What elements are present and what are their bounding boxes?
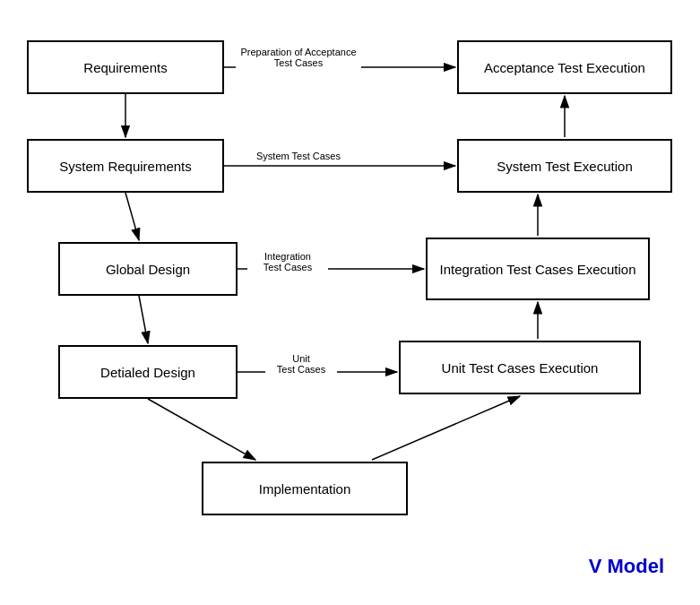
prep-acceptance-label: Preparation of Acceptance Test Cases bbox=[236, 47, 361, 68]
svg-line-6 bbox=[139, 296, 148, 343]
svg-line-4 bbox=[125, 193, 139, 240]
global-design-label: Global Design bbox=[106, 262, 190, 277]
system-req-label: System Requirements bbox=[59, 159, 192, 174]
integration-test-cases-label: IntegrationTest Cases bbox=[247, 251, 328, 272]
system-test-label: System Test Execution bbox=[497, 159, 632, 174]
requirements-label: Requirements bbox=[83, 60, 167, 75]
unit-test-box: Unit Test Cases Execution bbox=[399, 341, 641, 394]
svg-line-10 bbox=[372, 396, 520, 460]
integration-test-box: Integration Test Cases Execution bbox=[426, 238, 650, 300]
svg-line-8 bbox=[148, 399, 255, 460]
unit-test-label: Unit Test Cases Execution bbox=[442, 360, 599, 376]
detailed-design-label: Detialed Design bbox=[100, 365, 195, 380]
system-test-box: System Test Execution bbox=[457, 139, 672, 193]
v-model-diagram: Requirements Acceptance Test Execution S… bbox=[0, 0, 700, 605]
requirements-box: Requirements bbox=[27, 40, 224, 94]
global-design-box: Global Design bbox=[58, 242, 238, 296]
detailed-design-box: Detialed Design bbox=[58, 345, 238, 399]
integration-test-label: Integration Test Cases Execution bbox=[439, 262, 635, 277]
implementation-label: Implementation bbox=[259, 481, 351, 497]
acceptance-label: Acceptance Test Execution bbox=[484, 60, 645, 75]
system-req-box: System Requirements bbox=[27, 139, 224, 193]
system-test-cases-label: System Test Cases bbox=[240, 151, 357, 161]
vmodel-title: V Model bbox=[589, 555, 664, 578]
implementation-box: Implementation bbox=[202, 462, 408, 515]
acceptance-box: Acceptance Test Execution bbox=[457, 40, 672, 94]
unit-test-cases-label: UnitTest Cases bbox=[265, 353, 337, 375]
